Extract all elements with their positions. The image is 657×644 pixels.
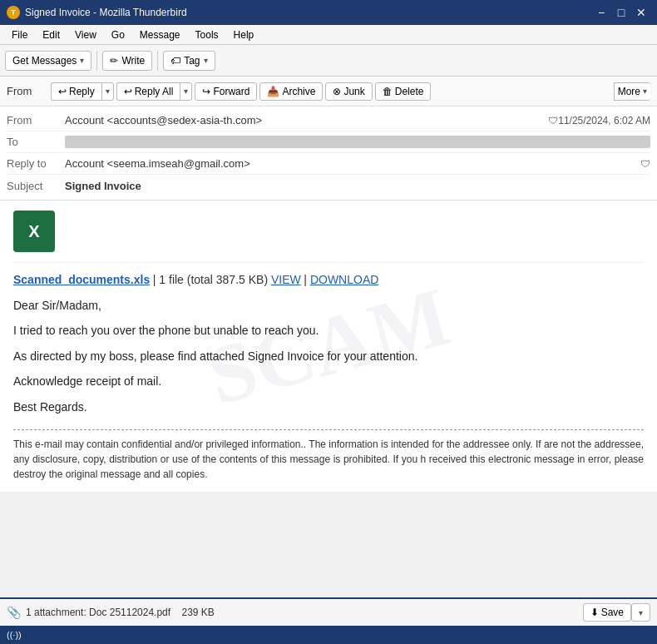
reply-to-row: Reply to Account <seema.imseah@gmail.com… bbox=[7, 153, 650, 175]
archive-button[interactable]: 📥 Archive bbox=[259, 82, 323, 101]
menu-file[interactable]: File bbox=[5, 27, 34, 42]
to-row: To ██████████████ bbox=[7, 131, 650, 153]
menu-go[interactable]: Go bbox=[105, 27, 131, 42]
forward-icon: ↪ bbox=[202, 86, 210, 97]
from-row: From Account <accounts@sedex-asia-th.com… bbox=[7, 110, 650, 131]
reply-all-dropdown-button[interactable]: ▾ bbox=[180, 82, 192, 101]
save-dropdown-icon: ▾ bbox=[639, 608, 643, 617]
get-messages-button[interactable]: Get Messages ▾ bbox=[5, 51, 91, 71]
to-field-label: To bbox=[7, 136, 65, 148]
archive-label: Archive bbox=[282, 86, 315, 97]
reply-to-field-value: Account <seema.imseah@gmail.com> bbox=[65, 157, 637, 170]
forward-label: Forward bbox=[213, 86, 249, 97]
email-body: SCAM X Scanned_documents.xls | 1 file (t… bbox=[0, 201, 657, 492]
reply-dropdown-button[interactable]: ▾ bbox=[101, 82, 114, 101]
delete-label: Delete bbox=[395, 86, 424, 97]
reply-label: Reply bbox=[69, 86, 95, 97]
junk-icon: ⊗ bbox=[333, 86, 341, 97]
write-icon: ✏ bbox=[110, 55, 118, 67]
email-body-wrapper: SCAM X Scanned_documents.xls | 1 file (t… bbox=[0, 201, 657, 597]
menu-tools[interactable]: Tools bbox=[189, 27, 225, 42]
menu-message[interactable]: Message bbox=[133, 27, 187, 42]
main-area: From ↩ Reply ▾ ↩ Reply All ▾ bbox=[0, 77, 657, 644]
toolbar: Get Messages ▾ ✏ Write 🏷 Tag ▾ bbox=[0, 45, 657, 77]
from-field-label: From bbox=[7, 114, 65, 126]
disclaimer-text: This e-mail may contain confidential and… bbox=[13, 437, 644, 482]
para4-text: Best Regards. bbox=[13, 398, 644, 416]
security-icon[interactable]: 🛡 bbox=[548, 115, 558, 126]
para1-text: I tried to reach you over the phone but … bbox=[13, 321, 644, 339]
more-dropdown-icon: ▾ bbox=[643, 87, 647, 96]
email-header: From ↩ Reply ▾ ↩ Reply All ▾ bbox=[0, 77, 657, 201]
reply-dropdown-icon: ▾ bbox=[106, 87, 110, 96]
paperclip-icon: 📎 bbox=[7, 606, 21, 619]
action-bar: From ↩ Reply ▾ ↩ Reply All ▾ bbox=[0, 77, 657, 107]
maximize-button[interactable]: □ bbox=[612, 3, 630, 22]
excel-icon-label: X bbox=[28, 222, 39, 241]
reply-to-field-label: Reply to bbox=[7, 157, 65, 170]
attachment-link-row: Scanned_documents.xls | 1 file (total 38… bbox=[13, 273, 644, 286]
menu-edit[interactable]: Edit bbox=[36, 27, 67, 42]
footer: 📎 1 attachment: Doc 25112024.pdf 239 KB … bbox=[0, 597, 657, 626]
close-button[interactable]: ✕ bbox=[632, 3, 650, 22]
email-timestamp: 11/25/2024, 6:02 AM bbox=[558, 115, 650, 126]
view-attachment-link[interactable]: VIEW bbox=[271, 273, 301, 286]
save-label: Save bbox=[601, 607, 624, 618]
window-title: Signed Invoice - Mozilla Thunderbird bbox=[25, 7, 187, 18]
archive-icon: 📥 bbox=[267, 86, 279, 97]
excel-file-icon: X bbox=[13, 211, 55, 252]
write-label: Write bbox=[121, 55, 145, 67]
tag-dropdown-icon: ▾ bbox=[204, 56, 208, 65]
attachment-meta: | 1 file (total 387.5 KB) bbox=[153, 273, 271, 286]
reply-button-group: ↩ Reply ▾ bbox=[51, 82, 114, 101]
tag-icon: 🏷 bbox=[170, 55, 180, 67]
tag-label: Tag bbox=[184, 55, 200, 67]
subject-field-value: Signed Invoice bbox=[65, 180, 650, 192]
more-label: More bbox=[618, 86, 640, 97]
attachment-filename-link[interactable]: Scanned_documents.xls bbox=[13, 273, 150, 286]
header-fields: From Account <accounts@sedex-asia-th.com… bbox=[0, 107, 657, 200]
status-icon: ((·)) bbox=[7, 630, 22, 640]
tag-button[interactable]: 🏷 Tag ▾ bbox=[163, 51, 215, 71]
junk-button[interactable]: ⊗ Junk bbox=[325, 82, 372, 101]
save-button[interactable]: ⬇ Save bbox=[583, 603, 631, 622]
reply-button[interactable]: ↩ Reply bbox=[51, 82, 101, 101]
junk-label: Junk bbox=[343, 86, 364, 97]
reply-icon: ↩ bbox=[58, 86, 67, 97]
subject-row: Subject Signed Invoice bbox=[7, 175, 650, 196]
toolbar-divider-2 bbox=[157, 51, 158, 71]
greeting-text: Dear Sir/Madam, bbox=[13, 296, 644, 315]
menu-help[interactable]: Help bbox=[227, 27, 261, 42]
titlebar: T Signed Invoice - Mozilla Thunderbird −… bbox=[0, 0, 657, 25]
save-button-group: ⬇ Save ▾ bbox=[583, 603, 650, 622]
save-download-icon: ⬇ bbox=[590, 607, 599, 618]
reply-to-security-icon[interactable]: 🛡 bbox=[640, 158, 650, 170]
attachment-section: X bbox=[13, 211, 644, 263]
forward-button[interactable]: ↪ Forward bbox=[195, 82, 257, 101]
delete-icon: 🗑 bbox=[383, 86, 393, 97]
footer-left: 📎 1 attachment: Doc 25112024.pdf 239 KB bbox=[7, 606, 578, 619]
reply-all-icon: ↩ bbox=[124, 86, 132, 97]
footer-attachment-info: 1 attachment: Doc 25112024.pdf 239 KB bbox=[26, 607, 215, 618]
delete-button[interactable]: 🗑 Delete bbox=[375, 82, 432, 101]
get-messages-dropdown-icon: ▾ bbox=[80, 56, 84, 65]
reply-all-dropdown-icon: ▾ bbox=[184, 87, 188, 96]
attachment-separator: | bbox=[304, 273, 310, 286]
para3-text: Acknowledge receipt of mail. bbox=[13, 372, 644, 390]
app-icon: T bbox=[7, 6, 20, 19]
para2-text: As directed by my boss, please find atta… bbox=[13, 347, 644, 365]
more-button-group: More ▾ bbox=[614, 82, 650, 101]
reply-all-label: Reply All bbox=[135, 86, 174, 97]
menu-view[interactable]: View bbox=[68, 27, 103, 42]
toolbar-divider-1 bbox=[96, 51, 97, 71]
reply-all-button[interactable]: ↩ Reply All bbox=[116, 82, 180, 101]
menubar: File Edit View Go Message Tools Help bbox=[0, 25, 657, 45]
email-content: X Scanned_documents.xls | 1 file (total … bbox=[13, 211, 644, 482]
status-bar: ((·)) bbox=[0, 626, 657, 644]
save-dropdown-button[interactable]: ▾ bbox=[631, 603, 650, 622]
download-attachment-link[interactable]: DOWNLOAD bbox=[310, 273, 378, 286]
more-button[interactable]: More ▾ bbox=[614, 82, 650, 101]
minimize-button[interactable]: − bbox=[592, 3, 610, 22]
write-button[interactable]: ✏ Write bbox=[102, 51, 152, 71]
reply-all-button-group: ↩ Reply All ▾ bbox=[116, 82, 193, 101]
